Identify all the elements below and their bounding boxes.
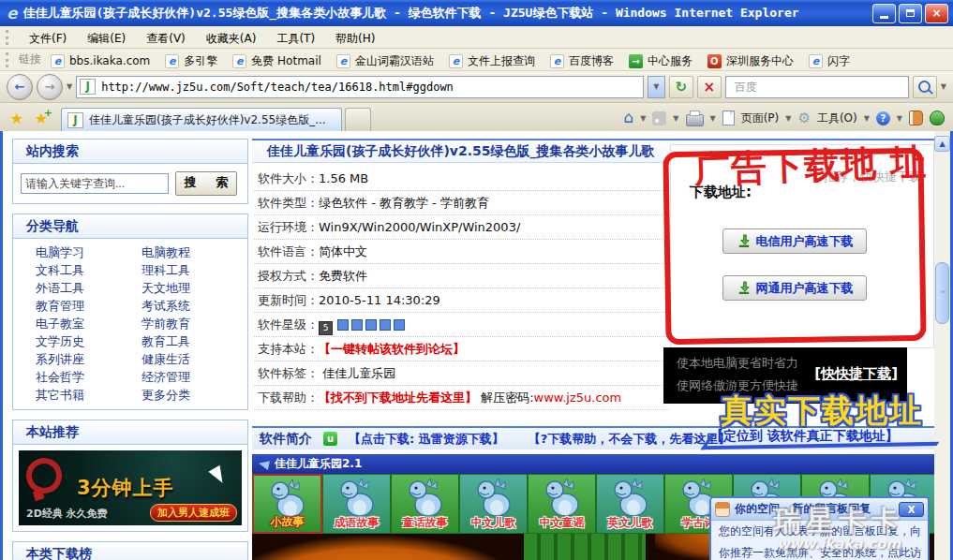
link-item[interactable]: e文件上报查询 bbox=[449, 53, 535, 69]
menu-item[interactable]: 收藏夹(A) bbox=[196, 29, 267, 48]
home-dropdown-icon[interactable]: ▼ bbox=[640, 114, 646, 123]
recent-pages-dropdown-icon[interactable]: ▼ bbox=[67, 82, 72, 91]
link-label: 深圳服务中心 bbox=[726, 53, 794, 69]
category-link[interactable]: 教育管理 bbox=[36, 297, 141, 315]
download-button[interactable]: 电信用户高速下载 bbox=[722, 228, 867, 254]
category-link[interactable]: 健康生活 bbox=[141, 350, 247, 368]
category-link[interactable]: 文学历史 bbox=[36, 332, 141, 350]
research-icon[interactable] bbox=[909, 111, 923, 125]
ie-logo-icon: e bbox=[7, 4, 18, 22]
menu-item[interactable]: 编辑(E) bbox=[77, 29, 136, 48]
stop-button[interactable]: × bbox=[697, 76, 722, 98]
messenger-icon[interactable] bbox=[930, 111, 945, 125]
red-link[interactable]: 【一键转帖该软件到论坛】 bbox=[319, 342, 465, 356]
menu-item[interactable]: 帮助(H) bbox=[325, 29, 385, 48]
maximize-button[interactable] bbox=[899, 4, 922, 23]
category-link[interactable]: 电脑学习 bbox=[36, 243, 141, 261]
address-dropdown-button[interactable]: ▼ bbox=[648, 76, 665, 98]
link-item[interactable]: →中心服务 bbox=[629, 53, 692, 69]
link-item[interactable]: ebbs.ikaka.com bbox=[51, 54, 150, 68]
print-icon[interactable] bbox=[686, 114, 704, 126]
favorites-center-button[interactable]: ★ bbox=[5, 107, 29, 130]
chevron-down-icon: ▼ bbox=[653, 82, 659, 91]
new-tab-button[interactable] bbox=[345, 108, 371, 131]
forward-button[interactable]: → bbox=[37, 74, 63, 100]
page-dropdown-icon[interactable]: ▼ bbox=[785, 114, 791, 123]
info-label: 支持本站： bbox=[258, 342, 319, 356]
menu-item[interactable]: 工具(T) bbox=[266, 29, 325, 48]
category-link[interactable]: 理科工具 bbox=[141, 261, 247, 279]
intro-link[interactable]: 【点击下载: 迅雷资源下载】 bbox=[349, 432, 504, 446]
category-link[interactable]: 系列讲座 bbox=[36, 350, 141, 368]
red-link[interactable]: 【找不到下载地址先看这里】 bbox=[319, 391, 477, 405]
tile-label: 小故事 bbox=[254, 514, 320, 530]
recommend-panel: 本站推荐 3分钟上手 2D经典 永久免费 加入男人速成班 bbox=[12, 420, 248, 532]
minimize-button[interactable] bbox=[872, 4, 896, 23]
category-link[interactable]: 更多分类 bbox=[141, 386, 247, 404]
info-label: 软件星级： bbox=[258, 317, 319, 332]
address-input[interactable] bbox=[99, 80, 640, 95]
menu-item[interactable]: 文件(F) bbox=[19, 29, 77, 48]
ad-cta-button[interactable]: 加入男人速成班 bbox=[150, 504, 237, 522]
category-link[interactable]: 学前教育 bbox=[141, 315, 247, 332]
category-link[interactable]: 社会哲学 bbox=[36, 368, 141, 386]
refresh-button[interactable]: ↻ bbox=[669, 76, 693, 98]
game-ad-banner[interactable]: 3分钟上手 2D经典 永久免费 加入男人速成班 bbox=[19, 450, 242, 525]
download-button[interactable]: 网通用户高速下载 bbox=[722, 275, 867, 301]
link-item[interactable]: e金山词霸汉语站 bbox=[336, 53, 434, 69]
star-plus-icon: ★ bbox=[35, 110, 48, 127]
tile-label: 成语故事 bbox=[323, 515, 390, 531]
link-item[interactable]: e百度博客 bbox=[550, 53, 614, 69]
back-button[interactable]: ← bbox=[7, 74, 33, 100]
link-item[interactable]: e多引擎 bbox=[165, 53, 217, 69]
category-link[interactable]: 天文地理 bbox=[141, 279, 247, 297]
search-input[interactable] bbox=[733, 80, 901, 95]
promo-link[interactable]: [快快捷下载] bbox=[814, 365, 898, 383]
cursor-icon bbox=[208, 465, 228, 487]
scroll-thumb[interactable]: ≡ bbox=[935, 262, 949, 324]
search-go-button[interactable] bbox=[913, 76, 937, 98]
ie-icon: e bbox=[336, 54, 350, 68]
keyword-input[interactable] bbox=[21, 173, 169, 194]
info-value: 免费软件 bbox=[319, 269, 367, 283]
locate-real-download-link[interactable]: 【定位到 该软件真正下载地址】 bbox=[710, 428, 899, 445]
close-button[interactable]: × bbox=[925, 4, 948, 23]
category-link[interactable]: 考试系统 bbox=[141, 297, 247, 315]
category-link[interactable]: 外语工具 bbox=[36, 279, 141, 297]
category-link[interactable]: 教育工具 bbox=[141, 332, 247, 350]
tools-dropdown-icon[interactable]: ▼ bbox=[864, 114, 870, 123]
menu-item[interactable]: 查看(V) bbox=[136, 29, 196, 48]
link-item[interactable]: O深圳服务中心 bbox=[707, 53, 794, 69]
category-link[interactable]: 文科工具 bbox=[36, 261, 141, 279]
popup-line: 你推荐一款免黑屏、安全的系统，点此访 bbox=[711, 542, 928, 560]
scroll-up-button[interactable]: ▲ bbox=[934, 136, 950, 152]
home-button[interactable]: ⌂ bbox=[623, 111, 633, 125]
dino-character-icon bbox=[610, 477, 651, 520]
notification-popup: 你的空间 - 新的留言板回复 X 您的空间有人发表了新的留言板回复，向你推荐一款… bbox=[709, 496, 930, 560]
help-icon[interactable]: ? bbox=[876, 111, 890, 125]
browser-tab[interactable]: J 佳佳儿童乐园(孩子成长好伙伴)v2.55绿色版_... bbox=[61, 108, 342, 131]
search-provider-dropdown-icon[interactable]: ▼ bbox=[941, 82, 946, 91]
download-button-label: 网通用户高速下载 bbox=[756, 280, 854, 297]
page-menu-button[interactable]: 页面(P) bbox=[741, 111, 780, 126]
popup-close-button[interactable]: X bbox=[899, 502, 924, 517]
toolbar-grip[interactable] bbox=[6, 52, 11, 67]
vertical-scrollbar[interactable]: ▲ ≡ bbox=[934, 131, 950, 560]
link-item[interactable]: e免费 Hotmail bbox=[232, 53, 321, 69]
tools-menu-button[interactable]: 工具(O) bbox=[817, 111, 857, 126]
intro-link[interactable]: 【?下载帮助，不会下载，先看这里】 bbox=[529, 432, 731, 446]
help-dropdown-icon[interactable]: ▼ bbox=[897, 114, 902, 123]
category-link[interactable]: 其它书籍 bbox=[36, 386, 141, 404]
search-submit-button[interactable]: 搜 索 bbox=[175, 171, 237, 196]
category-link[interactable]: 经济管理 bbox=[141, 368, 247, 386]
link-item[interactable]: e闪字 bbox=[809, 53, 850, 69]
category-link[interactable]: 电脑教程 bbox=[141, 243, 247, 261]
download-arrow-icon bbox=[737, 234, 751, 248]
toolbar-grip[interactable] bbox=[6, 30, 11, 45]
info-label: 软件类型： bbox=[258, 196, 319, 210]
add-favorite-button[interactable]: ★ bbox=[29, 107, 53, 130]
category-link[interactable]: 电子教室 bbox=[36, 315, 141, 332]
print-dropdown-icon[interactable]: ▼ bbox=[710, 114, 716, 123]
strip-art bbox=[524, 534, 646, 560]
ie-icon: e bbox=[165, 54, 179, 68]
